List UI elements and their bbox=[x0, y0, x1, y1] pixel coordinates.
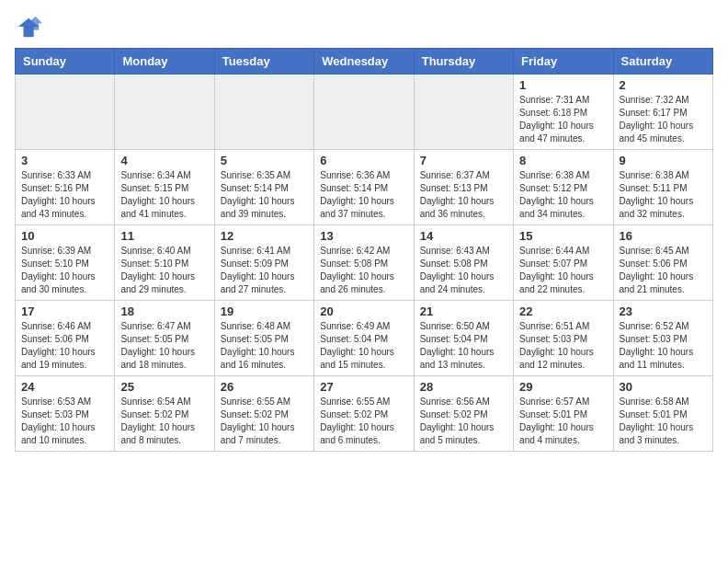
calendar-cell: 21Sunrise: 6:50 AM Sunset: 5:04 PM Dayli… bbox=[414, 301, 513, 376]
calendar-cell: 19Sunrise: 6:48 AM Sunset: 5:05 PM Dayli… bbox=[214, 301, 313, 376]
calendar-cell: 15Sunrise: 6:44 AM Sunset: 5:07 PM Dayli… bbox=[514, 225, 613, 301]
calendar-cell: 14Sunrise: 6:43 AM Sunset: 5:08 PM Dayli… bbox=[414, 225, 513, 301]
calendar-cell: 6Sunrise: 6:36 AM Sunset: 5:14 PM Daylig… bbox=[314, 150, 414, 225]
day-info: Sunrise: 6:45 AM Sunset: 5:06 PM Dayligh… bbox=[620, 245, 707, 296]
day-number: 18 bbox=[120, 304, 208, 318]
logo bbox=[15, 15, 42, 40]
day-number: 23 bbox=[620, 304, 707, 318]
day-number: 15 bbox=[519, 229, 607, 243]
day-info: Sunrise: 6:40 AM Sunset: 5:10 PM Dayligh… bbox=[120, 245, 208, 296]
calendar-cell: 20Sunrise: 6:49 AM Sunset: 5:04 PM Dayli… bbox=[314, 301, 414, 376]
day-info: Sunrise: 6:36 AM Sunset: 5:14 PM Dayligh… bbox=[320, 169, 407, 221]
day-number: 14 bbox=[420, 229, 507, 243]
day-info: Sunrise: 6:57 AM Sunset: 5:01 PM Dayligh… bbox=[519, 396, 607, 447]
calendar-cell: 27Sunrise: 6:55 AM Sunset: 5:02 PM Dayli… bbox=[314, 376, 414, 452]
calendar-cell: 29Sunrise: 6:57 AM Sunset: 5:01 PM Dayli… bbox=[514, 376, 613, 452]
day-info: Sunrise: 6:58 AM Sunset: 5:01 PM Dayligh… bbox=[620, 396, 707, 447]
calendar-cell: 4Sunrise: 6:34 AM Sunset: 5:15 PM Daylig… bbox=[115, 150, 214, 225]
calendar-cell: 17Sunrise: 6:46 AM Sunset: 5:06 PM Dayli… bbox=[16, 301, 115, 376]
day-number: 12 bbox=[221, 229, 308, 243]
day-number: 22 bbox=[519, 304, 607, 318]
weekday-header: Thursday bbox=[414, 49, 513, 75]
day-info: Sunrise: 6:47 AM Sunset: 5:05 PM Dayligh… bbox=[120, 320, 208, 372]
day-info: Sunrise: 6:46 AM Sunset: 5:06 PM Dayligh… bbox=[21, 320, 108, 372]
day-number: 5 bbox=[221, 154, 308, 167]
calendar-cell: 24Sunrise: 6:53 AM Sunset: 5:03 PM Dayli… bbox=[16, 376, 115, 452]
day-info: Sunrise: 6:50 AM Sunset: 5:04 PM Dayligh… bbox=[420, 320, 507, 372]
day-number: 17 bbox=[21, 304, 108, 318]
day-number: 21 bbox=[420, 304, 507, 318]
day-info: Sunrise: 6:53 AM Sunset: 5:03 PM Dayligh… bbox=[21, 396, 108, 447]
day-number: 1 bbox=[519, 78, 607, 92]
day-number: 26 bbox=[221, 380, 308, 394]
day-info: Sunrise: 6:35 AM Sunset: 5:14 PM Dayligh… bbox=[221, 169, 308, 221]
week-row: 3Sunrise: 6:33 AM Sunset: 5:16 PM Daylig… bbox=[16, 150, 713, 225]
calendar-cell: 2Sunrise: 7:32 AM Sunset: 6:17 PM Daylig… bbox=[613, 75, 712, 150]
calendar-cell bbox=[414, 75, 513, 150]
day-info: Sunrise: 6:54 AM Sunset: 5:02 PM Dayligh… bbox=[120, 396, 208, 447]
day-info: Sunrise: 6:56 AM Sunset: 5:02 PM Dayligh… bbox=[420, 396, 507, 447]
weekday-header: Monday bbox=[115, 49, 214, 75]
day-number: 10 bbox=[21, 229, 108, 243]
day-number: 24 bbox=[21, 380, 108, 394]
calendar-cell bbox=[16, 75, 115, 150]
day-info: Sunrise: 7:32 AM Sunset: 6:17 PM Dayligh… bbox=[620, 94, 707, 145]
day-number: 16 bbox=[620, 229, 707, 243]
day-number: 11 bbox=[120, 229, 208, 243]
weekday-header: Tuesday bbox=[214, 49, 313, 75]
calendar-cell: 18Sunrise: 6:47 AM Sunset: 5:05 PM Dayli… bbox=[115, 301, 214, 376]
calendar-cell: 30Sunrise: 6:58 AM Sunset: 5:01 PM Dayli… bbox=[613, 376, 712, 452]
day-info: Sunrise: 6:52 AM Sunset: 5:03 PM Dayligh… bbox=[620, 320, 707, 372]
day-info: Sunrise: 6:44 AM Sunset: 5:07 PM Dayligh… bbox=[519, 245, 607, 296]
day-number: 20 bbox=[320, 304, 407, 318]
weekday-header: Saturday bbox=[613, 49, 712, 75]
week-row: 1Sunrise: 7:31 AM Sunset: 6:18 PM Daylig… bbox=[16, 75, 713, 150]
day-info: Sunrise: 6:48 AM Sunset: 5:05 PM Dayligh… bbox=[221, 320, 308, 372]
day-info: Sunrise: 6:38 AM Sunset: 5:11 PM Dayligh… bbox=[620, 169, 707, 221]
day-number: 29 bbox=[519, 380, 607, 394]
week-row: 17Sunrise: 6:46 AM Sunset: 5:06 PM Dayli… bbox=[16, 301, 713, 376]
calendar-cell: 1Sunrise: 7:31 AM Sunset: 6:18 PM Daylig… bbox=[514, 75, 613, 150]
day-info: Sunrise: 6:51 AM Sunset: 5:03 PM Dayligh… bbox=[519, 320, 607, 372]
weekday-header-row: SundayMondayTuesdayWednesdayThursdayFrid… bbox=[16, 49, 713, 75]
day-info: Sunrise: 6:38 AM Sunset: 5:12 PM Dayligh… bbox=[519, 169, 607, 221]
day-info: Sunrise: 6:42 AM Sunset: 5:08 PM Dayligh… bbox=[320, 245, 407, 296]
calendar-cell: 23Sunrise: 6:52 AM Sunset: 5:03 PM Dayli… bbox=[613, 301, 712, 376]
calendar-cell: 11Sunrise: 6:40 AM Sunset: 5:10 PM Dayli… bbox=[115, 225, 214, 301]
calendar-cell: 22Sunrise: 6:51 AM Sunset: 5:03 PM Dayli… bbox=[514, 301, 613, 376]
calendar-cell: 25Sunrise: 6:54 AM Sunset: 5:02 PM Dayli… bbox=[115, 376, 214, 452]
day-number: 6 bbox=[320, 154, 407, 167]
day-info: Sunrise: 6:55 AM Sunset: 5:02 PM Dayligh… bbox=[320, 396, 407, 447]
day-number: 27 bbox=[320, 380, 407, 394]
calendar-cell: 7Sunrise: 6:37 AM Sunset: 5:13 PM Daylig… bbox=[414, 150, 513, 225]
day-number: 19 bbox=[221, 304, 308, 318]
day-number: 3 bbox=[21, 154, 108, 167]
day-info: Sunrise: 6:41 AM Sunset: 5:09 PM Dayligh… bbox=[221, 245, 308, 296]
day-number: 4 bbox=[120, 154, 208, 167]
day-info: Sunrise: 6:34 AM Sunset: 5:15 PM Dayligh… bbox=[120, 169, 208, 221]
day-info: Sunrise: 7:31 AM Sunset: 6:18 PM Dayligh… bbox=[519, 94, 607, 145]
day-number: 28 bbox=[420, 380, 507, 394]
calendar-cell: 13Sunrise: 6:42 AM Sunset: 5:08 PM Dayli… bbox=[314, 225, 414, 301]
day-info: Sunrise: 6:39 AM Sunset: 5:10 PM Dayligh… bbox=[21, 245, 108, 296]
calendar-cell: 16Sunrise: 6:45 AM Sunset: 5:06 PM Dayli… bbox=[613, 225, 712, 301]
day-number: 8 bbox=[519, 154, 607, 167]
calendar-cell: 8Sunrise: 6:38 AM Sunset: 5:12 PM Daylig… bbox=[514, 150, 613, 225]
weekday-header: Sunday bbox=[16, 49, 115, 75]
day-info: Sunrise: 6:33 AM Sunset: 5:16 PM Dayligh… bbox=[21, 169, 108, 221]
week-row: 24Sunrise: 6:53 AM Sunset: 5:03 PM Dayli… bbox=[16, 376, 713, 452]
day-number: 25 bbox=[120, 380, 208, 394]
calendar-cell bbox=[214, 75, 313, 150]
day-info: Sunrise: 6:49 AM Sunset: 5:04 PM Dayligh… bbox=[320, 320, 407, 372]
calendar-cell: 3Sunrise: 6:33 AM Sunset: 5:16 PM Daylig… bbox=[16, 150, 115, 225]
calendar-cell: 12Sunrise: 6:41 AM Sunset: 5:09 PM Dayli… bbox=[214, 225, 313, 301]
calendar-cell: 26Sunrise: 6:55 AM Sunset: 5:02 PM Dayli… bbox=[214, 376, 313, 452]
logo-icon bbox=[17, 15, 42, 40]
day-number: 13 bbox=[320, 229, 407, 243]
day-info: Sunrise: 6:55 AM Sunset: 5:02 PM Dayligh… bbox=[221, 396, 308, 447]
calendar-cell bbox=[314, 75, 414, 150]
day-number: 2 bbox=[620, 78, 707, 92]
weekday-header: Friday bbox=[514, 49, 613, 75]
day-number: 7 bbox=[420, 154, 507, 167]
day-info: Sunrise: 6:37 AM Sunset: 5:13 PM Dayligh… bbox=[420, 169, 507, 221]
